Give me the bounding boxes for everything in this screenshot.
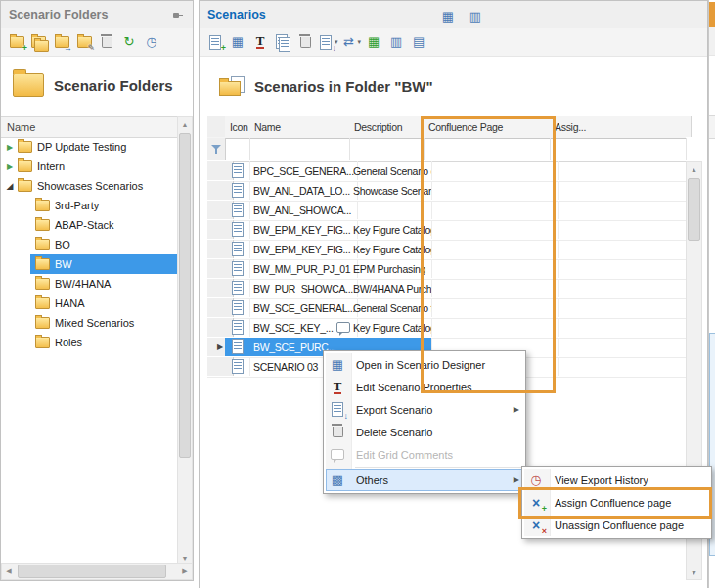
folder-tree-item-mixed-scenarios[interactable]: Mixed Scenarios [1,313,177,333]
export-excel-button[interactable]: ▦ [364,31,383,53]
menu-item-others[interactable]: ▩Others▶ [326,469,523,491]
scenarios-panel-header: Scenarios ▦▥ [200,1,707,29]
scenario-row-bw-anl-data-lo[interactable]: BW_ANL_DATA_LO...Showcase Scenario... [207,181,686,202]
folder-tree-item-intern[interactable]: ▶Intern [1,157,177,176]
scenario-row-bw-anl-showca[interactable]: BW_ANL_SHOWCA... [207,201,686,221]
folder-tree-item-bo[interactable]: BO [1,235,177,254]
grid-layout-button[interactable]: ▤ [409,31,428,53]
folder-tree-item-hana[interactable]: HANA [1,294,177,313]
scenario-folders-panel-header: Scenario Folders [1,1,193,29]
scenario-row-bw-sce-key[interactable]: BW_SCE_KEY_...Key Figure Catalog... [207,318,686,339]
filter-cell-assigned[interactable] [550,138,687,160]
export-scenario-button[interactable]: ↓▾ [318,31,338,53]
filter-cell-icon[interactable] [225,138,250,160]
tree-expanded-arrow-icon[interactable]: ◢ [3,181,17,191]
pin-icon[interactable] [172,10,184,22]
edit-properties-button[interactable]: T [250,31,270,53]
transport-scenario-button[interactable]: ⇄▾ [341,31,362,53]
new-folder-button[interactable]: + [7,31,26,53]
new-scenario-button[interactable]: + [205,31,225,53]
scenario-confluence-cell [424,279,559,297]
folders-vertical-scrollbar: ▲ ▼ [177,116,193,565]
scroll-thumb[interactable] [179,133,191,458]
rename-folder-button[interactable]: ✎ [74,31,94,53]
folder-tree-item-bw-4hana[interactable]: BW/4HANA [1,274,177,294]
scenario-name-cell: BPC_SCE_GENERA... [249,161,358,180]
column-header-description[interactable]: Description [349,116,429,137]
folder-tree-item-showcases-scenarios[interactable]: ◢Showcases Scenarios [1,176,177,196]
menu-item-edit-scenario-properties[interactable]: TEdit Scenario Properties [326,376,523,398]
doc-icon [230,300,246,316]
doc-icon [230,339,246,355]
menu-item-delete-scenario[interactable]: Delete Scenario [326,421,523,443]
delete-folder-button[interactable] [97,31,116,53]
menu-item-export-scenario[interactable]: ↓Export Scenario▶ [326,398,523,421]
doc-export-icon: ↓ [318,34,334,50]
grid-green-icon: ▦ [366,34,381,50]
scroll-thumb[interactable] [18,565,166,578]
scenario-icon-cell [225,338,250,356]
scroll-up-button[interactable]: ▲ [687,162,701,176]
scroll-thumb[interactable] [688,178,700,241]
menu-item-view-export-history[interactable]: ◷View Export History [524,469,709,491]
tree-collapsed-arrow-icon[interactable]: ▶ [3,143,17,152]
folder-tree-item-dp-update-testing[interactable]: ▶DP Update Testing [1,137,177,157]
import-scenario-button[interactable]: ▥ [386,31,406,53]
folders-name-column-header[interactable]: Name [1,116,183,138]
scenario-description: BW/4HANA Purcha... [353,283,432,294]
scenarios-section-head: Scenarios in Folder "BW" [200,60,707,113]
scenario-assigned-cell [550,181,694,200]
filter-cell-confluence[interactable] [424,138,551,160]
column-header-assigned[interactable]: Assig... [550,116,692,137]
scenarios-section-title: Scenarios in Folder "BW" [254,78,433,95]
menu-item-unassign-confluence-page[interactable]: ××Unassign Confluence page [524,514,709,536]
scenario-row-bw-epm-key-fig[interactable]: BW_EPM_KEY_FIG...Key Figure Catalog [207,240,686,260]
scroll-right-button[interactable]: ▶ [178,564,192,579]
scenario-row-bw-sce-general[interactable]: BW_SCE_GENERAL...General Scenario f... [207,298,686,319]
scenario-folders-panel: Scenario Folders +→✎↻◷ Scenario Folders … [0,0,194,581]
filter-cell-description[interactable] [349,138,425,160]
folder-tree-item-roles[interactable]: Roles [1,333,177,352]
folder-tree-item-bw[interactable]: BW [1,254,177,274]
column-header-confluence[interactable]: Confluence Page [424,116,556,137]
scenario-name: BW_ANL_DATA_LO... [253,185,350,197]
dropdown-arrow-icon: ▾ [358,38,362,46]
menu-item-assign-confluence-page[interactable]: ×+Assign Confluence page [524,491,709,514]
delete-scenario-button[interactable] [295,31,315,53]
table-header-row: IconNameDescriptionConfluence PageAssig.… [207,116,686,139]
move-folder-button[interactable]: → [52,31,71,53]
refresh-folders-button[interactable]: ↻ [119,31,139,53]
folder-big-icon [13,73,44,97]
scenario-description: Key Figure Catalog... [353,224,432,236]
filter-cell-name[interactable] [249,138,350,160]
folder-tree-item-abap-stack[interactable]: ABAP-Stack [1,215,177,235]
open-designer-button[interactable]: ▦ [228,31,247,53]
scenario-icon-cell [225,161,250,180]
scroll-down-button[interactable]: ▼ [687,565,701,579]
scroll-up-button[interactable]: ▲ [178,117,192,131]
history-icon: ◷ [528,473,544,488]
import-view-button[interactable]: ▥ [466,6,485,27]
folder-icon [17,139,32,155]
folder-with-page-icon [219,76,245,96]
folder-name: 3rd-Party [55,200,99,211]
filter-indicator-cell[interactable] [207,138,226,160]
scroll-left-button[interactable]: ◀ [2,564,16,579]
side-panel-grid-header-edge [709,115,715,139]
menu-item-label: Edit Scenario Properties [356,382,472,393]
scenario-row-bw-epm-key-fig[interactable]: BW_EPM_KEY_FIG...Key Figure Catalog... [207,220,686,241]
scenario-row-bw-mm-pur-pj-01[interactable]: BW_MM_PUR_PJ_01EPM Purchasing [207,259,686,280]
scheduler-button[interactable]: ◷ [142,31,161,53]
menu-item-open-in-scenario-designer[interactable]: ▦Open in Scenario Designer [326,353,523,376]
scenario-row-bw-pur-showca[interactable]: BW_PUR_SHOWCA...BW/4HANA Purcha... [207,279,686,299]
copy-folder-button[interactable] [29,31,49,53]
folder-name: BO [55,239,70,250]
scenario-row-bpc-sce-genera[interactable]: BPC_SCE_GENERA...General Scenario o... [207,161,686,182]
copy-scenario-button[interactable] [273,31,292,53]
export-view-button[interactable]: ▦ [438,6,458,27]
menu-item-edit-grid-comments[interactable]: Edit Grid Comments [326,443,523,466]
tree-collapsed-arrow-icon[interactable]: ▶ [3,162,17,171]
folder-tree-item-3rd-party[interactable]: 3rd-Party [1,196,177,215]
folder-icon [34,198,50,213]
column-header-name[interactable]: Name [249,116,355,137]
